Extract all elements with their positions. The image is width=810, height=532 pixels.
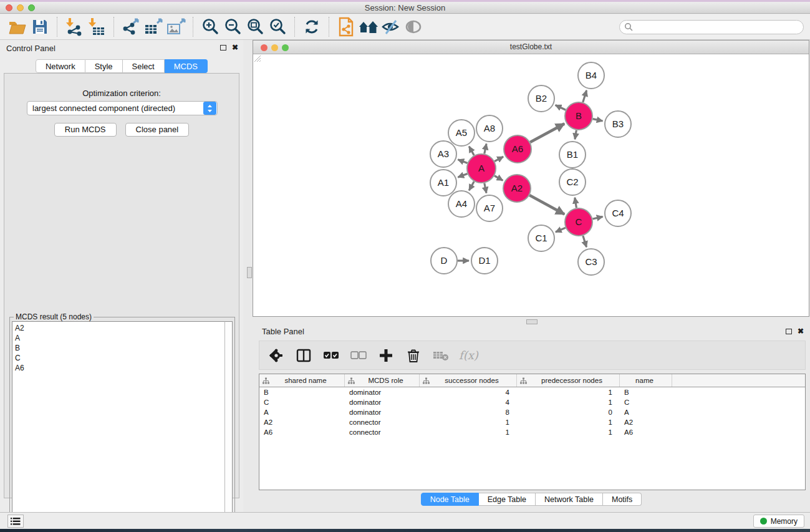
node-A2[interactable]: A2 [503, 175, 531, 202]
node-D[interactable]: D [431, 248, 457, 274]
node-A1[interactable]: A1 [430, 170, 456, 196]
edge-A-A4[interactable] [469, 181, 474, 190]
edge-C-C1[interactable] [556, 228, 566, 232]
table-row-A2[interactable]: A2connector11A2 [259, 417, 805, 427]
node-A3[interactable]: A3 [430, 141, 456, 167]
export-image-icon[interactable] [165, 16, 187, 38]
tab-style[interactable]: Style [85, 59, 123, 73]
float-panel-icon[interactable] [220, 45, 226, 51]
refresh-layout-icon[interactable] [301, 16, 323, 38]
result-item-A2[interactable]: A2 [15, 323, 224, 333]
tab-mcds[interactable]: MCDS [165, 59, 208, 73]
edge-A2-C[interactable] [529, 195, 564, 215]
column-header-predecessor-nodes[interactable]: predecessor nodes [517, 374, 620, 387]
zoom-out-icon[interactable] [221, 16, 244, 38]
edge-C-C3[interactable] [583, 236, 587, 247]
result-item-A6[interactable]: A6 [15, 363, 224, 373]
node-A7[interactable]: A7 [476, 195, 503, 221]
criterion-dropdown[interactable]: largest connected component (directed) [27, 101, 218, 115]
node-A4[interactable]: A4 [448, 191, 475, 217]
tab-network[interactable]: Network [36, 59, 85, 73]
result-item-C[interactable]: C [15, 353, 224, 363]
search-box[interactable] [619, 20, 804, 34]
select-all-rows-icon[interactable] [322, 346, 340, 365]
network-canvas[interactable]: B4B2BB3B1A5A8A6A3AC2A1A2A4A7C4CC1DD1C3 [253, 54, 809, 316]
edge-A6-B[interactable] [530, 123, 564, 142]
memory-button[interactable]: Memory [753, 515, 804, 528]
tab-edge-table[interactable]: Edge Table [479, 493, 536, 506]
edge-A-A5[interactable] [469, 147, 474, 155]
close-window-button[interactable] [6, 4, 12, 11]
zoom-in-icon[interactable] [199, 16, 221, 38]
table-row-B[interactable]: Bdominator41B [259, 387, 805, 397]
node-D1[interactable]: D1 [471, 248, 498, 274]
edge-B-B1[interactable] [575, 130, 576, 140]
tab-network-table[interactable]: Network Table [536, 493, 603, 506]
result-item-B[interactable]: B [15, 343, 224, 353]
node-B4[interactable]: B4 [578, 62, 604, 89]
tab-motifs[interactable]: Motifs [603, 493, 642, 506]
node-A[interactable]: A [467, 154, 496, 183]
node-B[interactable]: B [565, 102, 592, 130]
edge-C-C4[interactable] [592, 216, 602, 219]
node-C4[interactable]: C4 [605, 200, 631, 226]
create-column-icon[interactable] [377, 346, 395, 365]
close-panel-button[interactable]: Close panel [125, 123, 190, 137]
task-history-button[interactable] [7, 515, 24, 528]
network-close-button[interactable] [261, 44, 268, 51]
network-minimize-button[interactable] [271, 44, 278, 51]
table-row-C[interactable]: Cdominator41C [259, 397, 805, 407]
zoom-selected-icon[interactable] [266, 16, 289, 38]
show-hide-graphics-details-icon[interactable] [380, 16, 402, 38]
tab-node-table[interactable]: Node Table [421, 493, 479, 506]
network-zoom-button[interactable] [282, 44, 289, 51]
node-C[interactable]: C [565, 208, 592, 236]
node-B1[interactable]: B1 [559, 142, 586, 168]
edge-C-C2[interactable] [575, 198, 577, 208]
network-from-document-icon[interactable] [335, 16, 357, 38]
function-builder-icon[interactable]: f(x) [459, 349, 478, 362]
column-header-shared-name[interactable]: shared name [259, 374, 345, 387]
node-A8[interactable]: A8 [476, 115, 503, 142]
column-visibility-icon[interactable] [294, 346, 313, 365]
mcds-result-list[interactable]: A2ABCA6 [12, 321, 224, 527]
tab-select[interactable]: Select [123, 59, 165, 73]
edge-B-B3[interactable] [593, 119, 603, 121]
node-C2[interactable]: C2 [559, 169, 586, 195]
splitter-handle[interactable] [247, 267, 252, 278]
node-C1[interactable]: C1 [528, 225, 554, 251]
import-table-icon[interactable] [85, 16, 108, 38]
minimize-window-button[interactable] [17, 4, 24, 11]
node-table[interactable]: shared nameMCDS rolesuccessor nodesprede… [259, 374, 806, 490]
import-network-icon[interactable] [63, 16, 85, 38]
column-header-successor-nodes[interactable]: successor nodes [420, 374, 517, 387]
edge-A-A3[interactable] [458, 160, 467, 163]
table-row-A[interactable]: Adominator80A [259, 407, 805, 417]
result-item-A[interactable]: A [15, 333, 224, 343]
edge-B-B4[interactable] [583, 90, 587, 102]
close-panel-icon[interactable]: ✖ [798, 328, 804, 334]
table-row-A6[interactable]: A6connector11A6 [259, 427, 805, 437]
edge-A-A6[interactable] [494, 157, 503, 161]
column-header-name[interactable]: name [620, 374, 672, 387]
result-scrollbar[interactable] [224, 321, 233, 527]
node-A6[interactable]: A6 [504, 135, 531, 163]
node-B2[interactable]: B2 [528, 85, 554, 112]
export-network-icon[interactable] [120, 16, 142, 38]
network-graph[interactable]: B4B2BB3B1A5A8A6A3AC2A1A2A4A7C4CC1DD1C3 [253, 54, 809, 317]
delete-columns-icon[interactable] [404, 346, 423, 365]
column-header-MCDS-role[interactable]: MCDS role [345, 374, 420, 387]
home-icon[interactable] [357, 16, 380, 38]
table-options-icon[interactable] [267, 346, 286, 365]
resize-grip-icon[interactable] [253, 54, 261, 62]
zoom-window-button[interactable] [28, 4, 35, 11]
splitter-handle[interactable] [526, 319, 538, 324]
run-mcds-button[interactable]: Run MCDS [54, 123, 117, 137]
preview-eye-icon[interactable] [402, 16, 425, 38]
search-input[interactable] [634, 21, 803, 33]
node-C3[interactable]: C3 [578, 249, 604, 275]
save-session-icon[interactable] [29, 16, 51, 38]
node-A5[interactable]: A5 [448, 120, 475, 146]
export-table-icon[interactable] [142, 16, 165, 38]
open-session-icon[interactable] [6, 16, 29, 38]
